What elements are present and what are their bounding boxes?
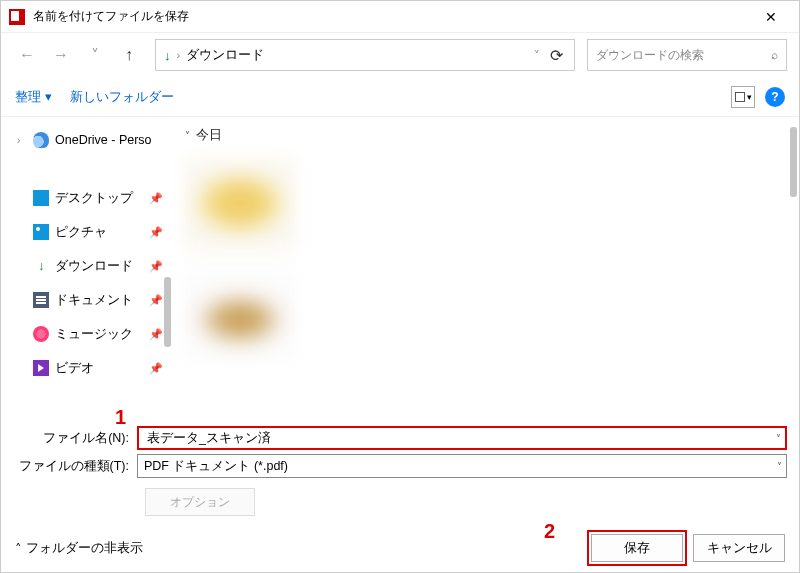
group-header-today[interactable]: ˅ 今日	[171, 117, 799, 154]
help-button[interactable]: ?	[765, 87, 785, 107]
filetype-select[interactable]: PDF ドキュメント (*.pdf) ˅	[137, 454, 787, 478]
group-label: 今日	[196, 127, 222, 144]
filetype-value: PDF ドキュメント (*.pdf)	[144, 458, 288, 475]
up-button[interactable]: ↑	[115, 41, 143, 69]
nav-bar: ← → ˅ ↑ ↓ › ダウンロード ˅ ⟳ ダウンロードの検索 ⌕	[1, 33, 799, 77]
view-mode-button[interactable]: ▾	[731, 86, 755, 108]
search-input[interactable]: ダウンロードの検索 ⌕	[587, 39, 787, 71]
hide-folders-toggle[interactable]: ˄ フォルダーの非表示	[15, 540, 143, 557]
toolbar: 整理 ▾ 新しいフォルダー ▾ ?	[1, 77, 799, 117]
window-title: 名前を付けてファイルを保存	[33, 8, 751, 25]
file-thumbnail[interactable]	[185, 160, 295, 250]
group-expand-icon[interactable]: ˅	[185, 130, 190, 141]
expand-icon[interactable]: ›	[17, 135, 27, 146]
organize-label: 整理	[15, 88, 41, 106]
sidebar-item-label: ビデオ	[55, 360, 94, 377]
filename-input[interactable]: ˅	[137, 426, 787, 450]
body-area: › OneDrive - Perso デスクトップ 📌 ピクチャ 📌 ↓ ダウ	[1, 117, 799, 420]
sidebar-item-downloads[interactable]: ↓ ダウンロード 📌	[1, 249, 171, 283]
cancel-button[interactable]: キャンセル	[693, 534, 785, 562]
breadcrumb-separator: ›	[177, 49, 181, 61]
options-button: オプション	[145, 488, 255, 516]
titlebar: 名前を付けてファイルを保存 ✕	[1, 1, 799, 33]
save-button[interactable]: 保存	[591, 534, 683, 562]
pin-icon: 📌	[149, 260, 163, 273]
document-icon	[33, 292, 49, 308]
desktop-icon	[33, 190, 49, 206]
chevron-down-icon: ▾	[45, 89, 52, 104]
file-list-pane[interactable]: ˅ 今日	[171, 117, 799, 420]
back-button[interactable]: ←	[13, 41, 41, 69]
address-dropdown-icon[interactable]: ˅	[534, 49, 540, 62]
search-placeholder: ダウンロードの検索	[596, 47, 704, 64]
navigation-pane: › OneDrive - Perso デスクトップ 📌 ピクチャ 📌 ↓ ダウ	[1, 117, 171, 420]
sidebar-item-videos[interactable]: ビデオ 📌	[1, 351, 171, 385]
chevron-down-icon[interactable]: ˅	[776, 433, 781, 444]
video-icon	[33, 360, 49, 376]
chevron-down-icon[interactable]: ˅	[777, 461, 782, 472]
sidebar-item-label: ドキュメント	[55, 292, 133, 309]
sidebar-item-desktop[interactable]: デスクトップ 📌	[1, 181, 171, 215]
cloud-icon	[33, 132, 49, 148]
address-bar[interactable]: ↓ › ダウンロード ˅ ⟳	[155, 39, 575, 71]
file-thumbnail[interactable]	[185, 270, 295, 360]
app-icon	[9, 9, 25, 25]
annotation-1: 1	[115, 406, 126, 429]
sidebar-item-label: ダウンロード	[55, 258, 133, 275]
breadcrumb-folder[interactable]: ダウンロード	[186, 46, 264, 64]
filename-field[interactable]	[145, 430, 779, 446]
chevron-down-icon: ▾	[747, 92, 752, 102]
recent-button[interactable]: ˅	[81, 41, 109, 69]
download-folder-icon: ↓	[164, 48, 171, 63]
annotation-2: 2	[544, 520, 555, 543]
pin-icon: 📌	[149, 362, 163, 375]
close-button[interactable]: ✕	[751, 9, 791, 25]
sidebar-item-documents[interactable]: ドキュメント 📌	[1, 283, 171, 317]
sidebar-item-label: ピクチャ	[55, 224, 107, 241]
hide-folders-label: フォルダーの非表示	[26, 540, 143, 557]
footer: ˄ フォルダーの非表示 2 保存 キャンセル	[1, 524, 799, 572]
sidebar-scrollbar[interactable]	[164, 277, 171, 347]
sidebar-item-label: ミュージック	[55, 326, 133, 343]
pictures-icon	[33, 224, 49, 240]
sidebar-item-pictures[interactable]: ピクチャ 📌	[1, 215, 171, 249]
search-icon: ⌕	[771, 48, 778, 62]
sidebar-item-label: デスクトップ	[55, 190, 133, 207]
music-icon	[33, 326, 49, 342]
filetype-label: ファイルの種類(T):	[13, 458, 137, 475]
pin-icon: 📌	[149, 328, 163, 341]
organize-menu[interactable]: 整理 ▾	[15, 88, 52, 106]
save-dialog-window: 名前を付けてファイルを保存 ✕ ← → ˅ ↑ ↓ › ダウンロード ˅ ⟳ ダ…	[0, 0, 800, 573]
download-icon: ↓	[33, 258, 49, 274]
new-folder-button[interactable]: 新しいフォルダー	[70, 88, 174, 106]
filename-label: ファイル名(N):	[13, 430, 137, 447]
pin-icon: 📌	[149, 192, 163, 205]
form-area: 1 ファイル名(N): ˅ ファイルの種類(T): PDF ドキュメント (*.…	[1, 420, 799, 524]
forward-button[interactable]: →	[47, 41, 75, 69]
refresh-button[interactable]: ⟳	[546, 41, 566, 69]
sidebar-item-onedrive[interactable]: › OneDrive - Perso	[1, 123, 171, 157]
sidebar-item-music[interactable]: ミュージック 📌	[1, 317, 171, 351]
sidebar-item-label: OneDrive - Perso	[55, 133, 152, 147]
chevron-up-icon: ˄	[15, 541, 22, 556]
pin-icon: 📌	[149, 226, 163, 239]
pin-icon: 📌	[149, 294, 163, 307]
content-scrollbar[interactable]	[790, 127, 797, 197]
